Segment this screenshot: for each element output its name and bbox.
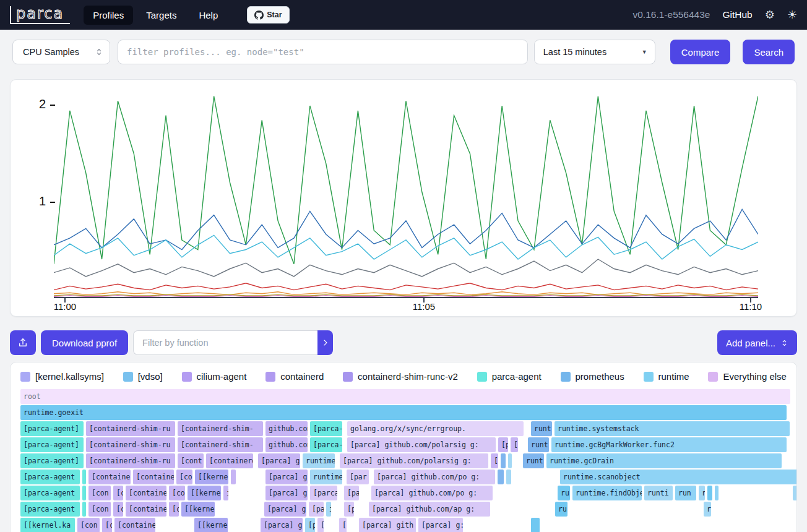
flame-cell[interactable]: [pa	[309, 502, 324, 517]
flame-cell[interactable]: github.com	[265, 421, 308, 436]
flame-cell[interactable]: [con	[77, 518, 100, 532]
search-button[interactable]: Search	[743, 40, 795, 64]
flame-cell[interactable]: [parca-	[310, 421, 342, 436]
flame-cell[interactable]: [parca] gith	[359, 518, 416, 532]
flame-cell[interactable]: [parca] g:	[264, 502, 306, 517]
flame-cell[interactable]: [parca	[310, 486, 337, 500]
flame-cell[interactable]: [parca] g:	[265, 470, 308, 484]
parca-logo[interactable]: parca	[10, 6, 70, 24]
flame-cell[interactable]: [con	[88, 486, 111, 500]
flame-cell[interactable]: [c	[169, 502, 179, 517]
flame-cell[interactable]: [[kerne	[181, 502, 215, 517]
flame-cell[interactable]	[498, 470, 504, 484]
flame-cell[interactable]: [parca-agent	[20, 486, 80, 500]
flame-cell[interactable]: [parca] github.com/po g:	[374, 470, 495, 484]
flame-cell[interactable]: [containe	[126, 502, 166, 517]
flame-cell[interactable]: [containerd-shim-	[178, 421, 263, 436]
flame-cell[interactable]	[707, 486, 712, 500]
flame-cell[interactable]: [pa	[344, 486, 359, 500]
flame-cell[interactable]	[82, 470, 86, 484]
flame-cell[interactable]: runtime.findObje	[572, 486, 642, 500]
time-range-select[interactable]: Last 15 minutes ▼	[534, 40, 655, 64]
flame-cell[interactable]: [par	[347, 470, 369, 484]
legend-item[interactable]: containerd	[265, 371, 324, 382]
flame-cell[interactable]: runt	[531, 421, 552, 436]
profile-filter-input[interactable]	[118, 40, 528, 64]
flame-cell[interactable]: github.com	[265, 437, 308, 452]
function-filter-submit-button[interactable]	[317, 330, 333, 355]
legend-item[interactable]: parca-agent	[477, 371, 542, 382]
flame-cell[interactable]: [p	[305, 518, 315, 532]
settings-gear-icon[interactable]: ⚙	[765, 9, 775, 20]
flame-cell[interactable]	[501, 453, 506, 468]
nav-tab-targets[interactable]: Targets	[137, 6, 186, 25]
flame-cell[interactable]: [co	[169, 486, 185, 500]
flame-cell[interactable]: i	[326, 502, 331, 517]
flame-cell[interactable]: [parca] github.com/polarsig g:	[340, 453, 488, 468]
flame-cell[interactable]: [parca] github.com/polarsig g:	[347, 437, 496, 452]
flame-cell[interactable]: [parca] g:	[258, 453, 300, 468]
flame-cell[interactable]: [parca-agent]	[20, 421, 84, 436]
flame-cell[interactable]: runtime.scanobject	[560, 470, 797, 484]
flame-cell[interactable]: [parca] github.com/po g:	[371, 486, 493, 500]
legend-item[interactable]: [kernel.kallsyms]	[20, 371, 104, 382]
flame-cell[interactable]: [parca-agent	[20, 470, 80, 484]
flame-cell[interactable]: [parca] g:	[261, 518, 303, 532]
flame-cell[interactable]: [[kernel.ka	[20, 518, 75, 532]
flame-cell[interactable]: runti	[644, 486, 673, 500]
flame-cell[interactable]: runt	[523, 453, 544, 468]
flame-cell[interactable]: golang.org/x/sync/errgroup.	[347, 421, 524, 436]
function-filter-input[interactable]	[133, 330, 317, 355]
flame-cell[interactable]: [[kerne	[194, 518, 228, 532]
flame-cell[interactable]: [con	[88, 502, 111, 517]
flame-cell[interactable]: [[kerne	[195, 470, 228, 484]
flame-cell[interactable]: [	[491, 453, 498, 468]
flame-cell[interactable]: [parca-agent]	[20, 453, 84, 468]
flame-cell[interactable]: r	[699, 486, 705, 500]
flame-cell[interactable]: [containe	[88, 470, 131, 484]
flame-cell[interactable]: run	[675, 486, 696, 500]
flame-cell[interactable]: [containe	[126, 486, 166, 500]
flame-cell[interactable]: [containerd-shim-	[178, 437, 263, 452]
nav-tab-help[interactable]: Help	[189, 6, 227, 25]
flame-cell[interactable]	[82, 486, 86, 500]
nav-tab-profiles[interactable]: Profiles	[84, 6, 133, 25]
flame-cell[interactable]: runtime.systemstack	[555, 421, 790, 436]
flame-cell[interactable]	[231, 470, 236, 484]
flame-cell[interactable]: [c	[113, 502, 123, 517]
flame-cell[interactable]: root	[20, 389, 790, 404]
legend-item[interactable]: [vdso]	[123, 371, 163, 382]
flame-cell[interactable]	[793, 486, 797, 500]
flame-cell[interactable]: [containerd-shim-ru	[86, 437, 175, 452]
legend-item[interactable]: containerd-shim-runc-v2	[343, 371, 458, 382]
download-pprof-button[interactable]: Download pprof	[41, 330, 128, 355]
flame-cell[interactable]: [	[511, 437, 518, 452]
profile-type-select[interactable]: CPU Samples	[12, 40, 110, 64]
flame-cell[interactable]: [parca] g:	[265, 486, 308, 500]
flame-cell[interactable]: [containerd-shim-ru	[86, 421, 175, 436]
flame-cell[interactable]: i	[223, 486, 228, 500]
flame-cell[interactable]: [p	[498, 437, 508, 452]
flame-cell[interactable]: [[kerne	[188, 486, 221, 500]
flame-cell[interactable]: ru	[555, 502, 567, 517]
flame-cell[interactable]	[82, 502, 86, 517]
flame-cell[interactable]: runtime	[303, 453, 335, 468]
flame-cell[interactable]: [	[339, 518, 347, 532]
upload-share-button[interactable]	[10, 330, 36, 355]
legend-item[interactable]: cilium-agent	[182, 371, 247, 382]
flame-cell[interactable]: runtime	[310, 470, 342, 484]
flame-cell[interactable]: runtime.gcBgMarkWorker.func2	[551, 437, 787, 452]
github-link[interactable]: GitHub	[722, 9, 752, 20]
flame-cell[interactable]: runtime.gcDrain	[546, 453, 782, 468]
flame-cell[interactable]: [containerd-shim-ru	[86, 453, 175, 468]
flame-cell[interactable]: [parca-agent]	[20, 437, 84, 452]
legend-item[interactable]: prometheus	[561, 371, 624, 382]
flame-cell[interactable]: [c	[113, 486, 123, 500]
flame-cell[interactable]: [	[317, 518, 324, 532]
flame-cell[interactable]	[531, 518, 540, 532]
metrics-plot-area[interactable]	[54, 86, 758, 298]
flame-cell[interactable]: runt	[528, 437, 549, 452]
flame-cell[interactable]: [co	[176, 470, 192, 484]
flame-cell[interactable]	[508, 453, 512, 468]
flame-cell[interactable]: [parca] g:	[418, 518, 463, 532]
